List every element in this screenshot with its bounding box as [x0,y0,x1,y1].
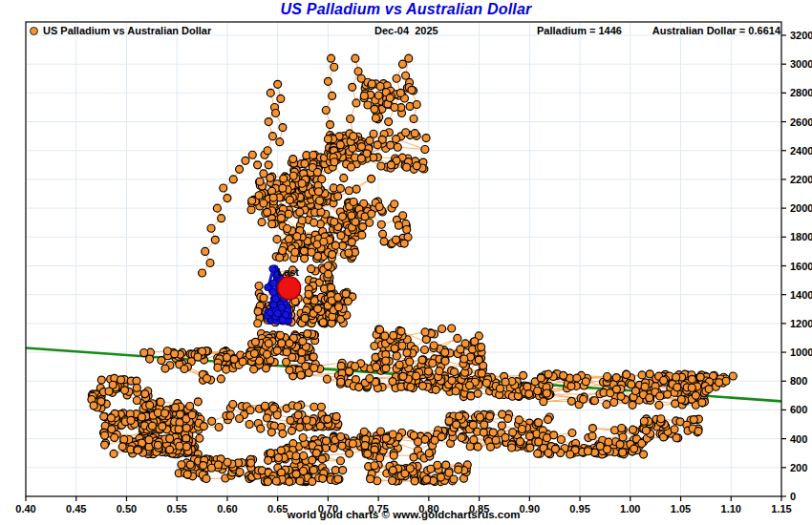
last-point-marker: Last [277,266,300,300]
svg-text:1200: 1200 [790,318,812,329]
svg-text:400: 400 [790,433,807,445]
legend-label: US Palladium vs Australian Dollar [43,25,211,36]
aud-value-annotation: Australian Dollar = 0.6614 [652,25,780,36]
svg-text:800: 800 [790,375,807,387]
svg-text:200: 200 [790,462,807,473]
scatter-points-layer [88,54,737,486]
svg-text:3000: 3000 [790,58,812,70]
svg-text:2200: 2200 [790,174,812,185]
svg-text:3200: 3200 [790,30,812,41]
svg-text:2800: 2800 [790,87,812,98]
last-point-label: Last [277,266,299,278]
svg-text:1000: 1000 [790,346,812,358]
svg-text:2000: 2000 [790,202,812,214]
palladium-value-annotation: Palladium = 1446 [537,25,622,36]
svg-text:600: 600 [790,404,807,415]
svg-text:1400: 1400 [790,289,812,301]
date-annotation: Dec-04 2025 [374,25,438,36]
svg-text:0: 0 [790,491,796,502]
svg-text:2600: 2600 [790,116,812,128]
legend-marker-icon [30,27,38,35]
svg-text:1800: 1800 [790,231,812,242]
chart-window: US Palladium vs Australian Dollar US Pal… [0,0,812,525]
chart-title: US Palladium vs Australian Dollar [0,1,812,18]
svg-text:1600: 1600 [790,261,812,272]
svg-text:2400: 2400 [790,145,812,157]
scatter-chart: Last0.400.450.500.550.600.650.700.750.80… [0,0,812,525]
footer-credit: world gold charts © www.goldchartsrus.co… [26,509,781,520]
y-axis-labels: 0200400600800100012001400160018002000220… [781,30,812,502]
